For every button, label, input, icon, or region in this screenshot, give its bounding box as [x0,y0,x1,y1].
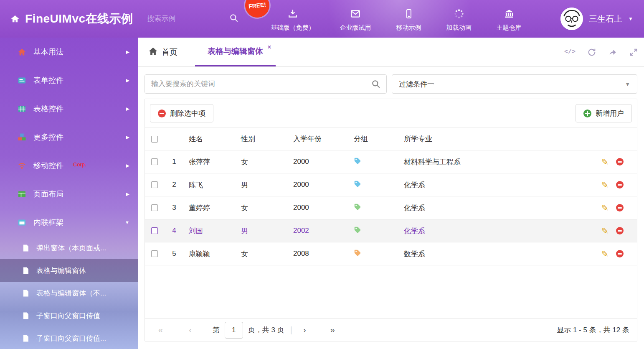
nav-label: 基础版（免费） [271,24,315,32]
sidebar-subitem-grid-edit-window[interactable]: 表格与编辑窗体 [0,259,138,282]
row-checkbox[interactable] [151,227,158,234]
tab-label: 首页 [162,47,177,58]
sidebar-subitem-popup-window[interactable]: 弹出窗体（本页面或... [0,237,138,259]
tab-label: 表格与编辑窗体 [208,46,263,57]
nav-enterprise-trial[interactable]: 企业版试用 [340,6,371,32]
major-link[interactable]: 化学系 [404,204,425,212]
row-checkbox[interactable] [151,181,158,188]
sidebar-item-basic-usage[interactable]: 基本用法 ▶ [0,38,138,66]
header-search [147,13,238,24]
major-link[interactable]: 材料科学与工程系 [404,158,461,166]
keyword-input[interactable] [145,80,365,88]
major-link[interactable]: 化学系 [404,227,425,235]
column-header-year[interactable]: 入学年份 [289,134,350,144]
edit-icon[interactable]: ✎ [601,158,609,166]
delete-selected-button[interactable]: 删除选中项 [150,104,213,122]
cell-gender: 男 [237,180,289,190]
sidebar-subitem-child-to-parent[interactable]: 子窗口向父窗口传值 [0,304,138,327]
frame-icon [18,219,26,226]
avatar [560,8,583,30]
column-header-gender[interactable]: 性别 [237,134,289,144]
home-icon [18,48,26,56]
code-icon[interactable]: </> [564,48,576,56]
search-icon[interactable] [229,13,238,24]
nav-theme-store[interactable]: 主题仓库 [497,6,522,32]
delete-icon[interactable] [616,250,624,257]
bank-icon [503,8,515,20]
sidebar-item-grid-controls[interactable]: 表格控件 ▶ [0,94,138,123]
table-row[interactable]: 1 张萍萍 女 2000 材料科学与工程系 ✎ [145,150,637,173]
table-row[interactable]: 2 陈飞 男 2000 化学系 ✎ [145,173,637,196]
select-all-checkbox[interactable] [151,136,158,143]
minus-icon [158,110,166,117]
major-link[interactable]: 数学系 [404,250,425,258]
close-icon[interactable]: × [267,43,271,51]
cell-gender: 女 [237,157,289,167]
edit-icon[interactable]: ✎ [601,181,609,189]
sidebar-item-page-layout[interactable]: 页面布局 ▶ [0,180,138,208]
prev-page-icon[interactable]: ‹ [189,325,192,335]
file-icon [22,245,30,252]
tab-home[interactable]: 首页 [144,38,183,66]
chevron-down-icon: ▼ [125,220,129,225]
delete-icon[interactable] [616,181,624,189]
edit-icon[interactable]: ✎ [601,204,609,212]
nav-label: 企业版试用 [340,24,371,32]
delete-icon[interactable] [616,204,624,211]
row-checkbox[interactable] [151,204,158,211]
nav-basic-free[interactable]: FREE! 基础版（免费） [271,6,315,32]
filter-dropdown[interactable]: 过滤条件一 ▼ [392,74,637,94]
tag-icon [354,249,361,259]
add-user-button[interactable]: 新增用户 [576,104,632,122]
sidebar-subitem-child-to-parent-2[interactable]: 子窗口向父窗口传值... [0,327,138,349]
nav-loading-animation[interactable]: 加载动画 [446,6,472,32]
nav-mobile-demo[interactable]: 移动示例 [396,6,421,32]
page-prefix: 第 [213,325,220,335]
chevron-right-icon: ▶ [126,163,129,168]
fullscreen-icon[interactable] [629,48,638,57]
column-header-major[interactable]: 所学专业 [400,134,587,144]
sidebar-item-form-controls[interactable]: 表单控件 ▶ [0,66,138,94]
sidebar-item-iframe[interactable]: 内联框架 ▼ [0,208,138,237]
sidebar-item-label: 内联框架 [33,217,63,227]
next-page-icon[interactable]: › [303,325,306,335]
search-button[interactable] [365,75,386,93]
header-search-input[interactable] [147,15,210,23]
table-row[interactable]: 3 董婷婷 女 2000 化学系 ✎ [145,196,637,219]
tag-icon [354,180,361,190]
major-link[interactable]: 化学系 [404,181,425,189]
logo[interactable]: FineUIMvc在线示例 [11,11,133,27]
sidebar-subitem-label: 子窗口向父窗口传值... [36,334,106,343]
sidebar-subitem-label: 子窗口向父窗口传值 [36,311,100,321]
sidebar-item-more-controls[interactable]: 更多控件 ▶ [0,123,138,151]
file-icon [22,267,30,274]
refresh-icon[interactable] [587,48,596,57]
table-row[interactable]: 5 康颖颖 女 2008 数学系 ✎ [145,242,637,265]
page-number-input[interactable] [225,322,243,339]
main-content: 首页 表格与编辑窗体 × </> [138,38,644,349]
column-header-group[interactable]: 分组 [350,134,400,144]
delete-icon[interactable] [616,227,624,234]
row-checkbox[interactable] [151,158,158,165]
table-icon [18,105,26,112]
user-menu[interactable]: 三生石上 ▼ [560,8,633,30]
last-page-icon[interactable]: » [330,325,335,335]
column-header-name[interactable]: 姓名 [185,134,237,144]
tab-grid-edit-window[interactable]: 表格与编辑窗体 × [195,38,276,66]
cell-gender: 女 [237,249,289,259]
edit-icon[interactable]: ✎ [601,227,609,235]
table-row[interactable]: 4 刘国 男 2002 化学系 ✎ [145,219,637,242]
grid-toolbar: 删除选中项 新增用户 [145,99,637,127]
grid-panel: 删除选中项 新增用户 姓名 性别 入学年份 分组 所学专业 [145,99,637,341]
row-checkbox[interactable] [151,250,158,257]
sidebar-subitem-grid-edit-window-2[interactable]: 表格与编辑窗体（不... [0,282,138,304]
forward-icon[interactable] [608,48,617,57]
edit-icon[interactable]: ✎ [601,250,609,258]
first-page-icon[interactable]: « [158,325,163,335]
delete-icon[interactable] [616,158,624,166]
free-badge: FREE! [244,0,271,19]
row-number: 5 [164,250,185,258]
nav-label: 加载动画 [446,24,472,32]
sidebar-item-mobile-controls[interactable]: 移动控件 Corp. ▶ [0,151,138,180]
app-window: FineUIMvc在线示例 FREE! 基础版（免费） 企业版试用 [0,0,644,349]
